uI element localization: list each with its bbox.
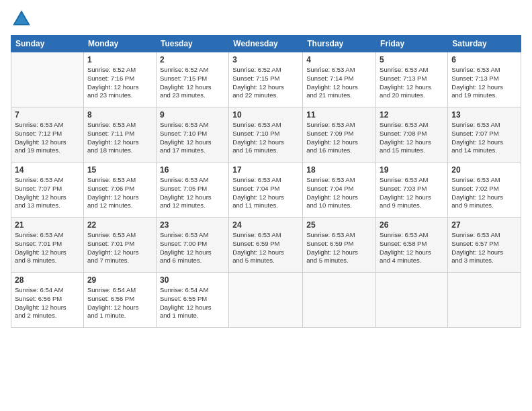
day-detail: Sunrise: 6:53 AM Sunset: 6:57 PM Dayligh… (451, 231, 517, 265)
day-detail: Sunrise: 6:54 AM Sunset: 6:55 PM Dayligh… (160, 286, 225, 320)
day-number: 30 (160, 275, 225, 285)
day-number: 11 (306, 110, 372, 120)
day-number: 10 (232, 110, 299, 120)
day-cell: 9Sunrise: 6:53 AM Sunset: 7:10 PM Daylig… (156, 107, 228, 163)
day-number: 5 (380, 55, 444, 64)
day-number: 26 (380, 220, 444, 230)
day-number: 28 (15, 275, 80, 285)
calendar-table: SundayMondayTuesdayWednesdayThursdayFrid… (11, 35, 521, 328)
week-row-1: 1Sunrise: 6:52 AM Sunset: 7:16 PM Daylig… (11, 52, 521, 107)
column-header-monday: Monday (83, 36, 156, 52)
day-cell: 1Sunrise: 6:52 AM Sunset: 7:16 PM Daylig… (83, 52, 156, 107)
day-detail: Sunrise: 6:53 AM Sunset: 7:11 PM Dayligh… (87, 121, 152, 155)
day-cell: 25Sunrise: 6:53 AM Sunset: 6:59 PM Dayli… (303, 218, 376, 273)
column-header-tuesday: Tuesday (156, 36, 228, 52)
day-number: 14 (15, 165, 80, 175)
day-detail: Sunrise: 6:53 AM Sunset: 7:06 PM Dayligh… (87, 176, 152, 210)
day-detail: Sunrise: 6:53 AM Sunset: 7:07 PM Dayligh… (15, 176, 80, 210)
day-detail: Sunrise: 6:53 AM Sunset: 7:14 PM Dayligh… (306, 66, 372, 100)
header (11, 8, 521, 30)
day-detail: Sunrise: 6:53 AM Sunset: 7:04 PM Dayligh… (306, 176, 372, 210)
day-cell: 28Sunrise: 6:54 AM Sunset: 6:56 PM Dayli… (11, 273, 84, 328)
day-cell: 21Sunrise: 6:53 AM Sunset: 7:01 PM Dayli… (11, 218, 84, 273)
day-detail: Sunrise: 6:53 AM Sunset: 7:10 PM Dayligh… (160, 121, 225, 155)
day-detail: Sunrise: 6:53 AM Sunset: 6:58 PM Dayligh… (380, 231, 444, 265)
page: SundayMondayTuesdayWednesdayThursdayFrid… (0, 0, 532, 411)
day-detail: Sunrise: 6:53 AM Sunset: 7:12 PM Dayligh… (15, 121, 80, 155)
day-number: 4 (306, 55, 372, 64)
day-detail: Sunrise: 6:52 AM Sunset: 7:15 PM Dayligh… (160, 66, 225, 100)
header-row: SundayMondayTuesdayWednesdayThursdayFrid… (11, 36, 521, 52)
day-detail: Sunrise: 6:53 AM Sunset: 7:13 PM Dayligh… (380, 66, 444, 100)
day-number: 24 (232, 220, 299, 230)
day-cell (303, 273, 376, 328)
day-number: 12 (380, 110, 444, 120)
day-number: 23 (160, 220, 225, 230)
day-detail: Sunrise: 6:53 AM Sunset: 7:02 PM Dayligh… (451, 176, 517, 210)
day-detail: Sunrise: 6:53 AM Sunset: 7:05 PM Dayligh… (160, 176, 225, 210)
day-number: 13 (451, 110, 517, 120)
week-row-2: 7Sunrise: 6:53 AM Sunset: 7:12 PM Daylig… (11, 107, 521, 163)
day-detail: Sunrise: 6:53 AM Sunset: 7:00 PM Dayligh… (160, 231, 225, 265)
day-number: 9 (160, 110, 225, 120)
week-row-4: 21Sunrise: 6:53 AM Sunset: 7:01 PM Dayli… (11, 218, 521, 273)
week-row-3: 14Sunrise: 6:53 AM Sunset: 7:07 PM Dayli… (11, 163, 521, 218)
day-cell: 20Sunrise: 6:53 AM Sunset: 7:02 PM Dayli… (448, 163, 521, 218)
day-cell: 30Sunrise: 6:54 AM Sunset: 6:55 PM Dayli… (156, 273, 228, 328)
day-cell: 29Sunrise: 6:54 AM Sunset: 6:56 PM Dayli… (83, 273, 156, 328)
day-number: 3 (232, 55, 299, 64)
day-cell: 16Sunrise: 6:53 AM Sunset: 7:05 PM Dayli… (156, 163, 228, 218)
day-number: 27 (451, 220, 517, 230)
day-number: 15 (87, 165, 152, 175)
day-detail: Sunrise: 6:54 AM Sunset: 6:56 PM Dayligh… (15, 286, 80, 320)
column-header-sunday: Sunday (11, 36, 84, 52)
day-detail: Sunrise: 6:53 AM Sunset: 7:10 PM Dayligh… (232, 121, 299, 155)
day-number: 22 (87, 220, 152, 230)
day-cell (448, 273, 521, 328)
day-cell: 15Sunrise: 6:53 AM Sunset: 7:06 PM Dayli… (83, 163, 156, 218)
day-cell: 22Sunrise: 6:53 AM Sunset: 7:01 PM Dayli… (83, 218, 156, 273)
day-cell: 23Sunrise: 6:53 AM Sunset: 7:00 PM Dayli… (156, 218, 228, 273)
day-detail: Sunrise: 6:53 AM Sunset: 7:04 PM Dayligh… (232, 176, 299, 210)
day-number: 16 (160, 165, 225, 175)
day-detail: Sunrise: 6:53 AM Sunset: 7:01 PM Dayligh… (15, 231, 80, 265)
day-number: 7 (15, 110, 80, 120)
day-detail: Sunrise: 6:53 AM Sunset: 7:01 PM Dayligh… (87, 231, 152, 265)
column-header-wednesday: Wednesday (229, 36, 303, 52)
day-number: 2 (160, 55, 225, 64)
day-detail: Sunrise: 6:53 AM Sunset: 6:59 PM Dayligh… (232, 231, 299, 265)
day-detail: Sunrise: 6:52 AM Sunset: 7:16 PM Dayligh… (87, 66, 152, 100)
day-detail: Sunrise: 6:53 AM Sunset: 6:59 PM Dayligh… (306, 231, 372, 265)
day-cell: 14Sunrise: 6:53 AM Sunset: 7:07 PM Dayli… (11, 163, 84, 218)
day-number: 19 (380, 165, 444, 175)
logo-icon (11, 8, 32, 30)
day-cell: 26Sunrise: 6:53 AM Sunset: 6:58 PM Dayli… (376, 218, 448, 273)
day-number: 1 (87, 55, 152, 64)
day-number: 18 (306, 165, 372, 175)
day-detail: Sunrise: 6:54 AM Sunset: 6:56 PM Dayligh… (87, 286, 152, 320)
day-cell: 10Sunrise: 6:53 AM Sunset: 7:10 PM Dayli… (229, 107, 303, 163)
column-header-friday: Friday (376, 36, 448, 52)
day-cell: 5Sunrise: 6:53 AM Sunset: 7:13 PM Daylig… (376, 52, 448, 107)
day-cell: 12Sunrise: 6:53 AM Sunset: 7:08 PM Dayli… (376, 107, 448, 163)
day-cell: 18Sunrise: 6:53 AM Sunset: 7:04 PM Dayli… (303, 163, 376, 218)
logo (11, 8, 35, 30)
day-cell: 13Sunrise: 6:53 AM Sunset: 7:07 PM Dayli… (448, 107, 521, 163)
day-number: 21 (15, 220, 80, 230)
day-cell: 7Sunrise: 6:53 AM Sunset: 7:12 PM Daylig… (11, 107, 84, 163)
day-detail: Sunrise: 6:53 AM Sunset: 7:13 PM Dayligh… (451, 66, 517, 100)
day-number: 25 (306, 220, 372, 230)
day-detail: Sunrise: 6:53 AM Sunset: 7:07 PM Dayligh… (451, 121, 517, 155)
day-detail: Sunrise: 6:53 AM Sunset: 7:09 PM Dayligh… (306, 121, 372, 155)
day-number: 20 (451, 165, 517, 175)
day-detail: Sunrise: 6:52 AM Sunset: 7:15 PM Dayligh… (232, 66, 299, 100)
day-cell: 24Sunrise: 6:53 AM Sunset: 6:59 PM Dayli… (229, 218, 303, 273)
day-cell: 27Sunrise: 6:53 AM Sunset: 6:57 PM Dayli… (448, 218, 521, 273)
column-header-thursday: Thursday (303, 36, 376, 52)
day-cell (11, 52, 84, 107)
day-number: 6 (451, 55, 517, 64)
day-cell: 4Sunrise: 6:53 AM Sunset: 7:14 PM Daylig… (303, 52, 376, 107)
day-cell (229, 273, 303, 328)
day-number: 17 (232, 165, 299, 175)
column-header-saturday: Saturday (448, 36, 521, 52)
